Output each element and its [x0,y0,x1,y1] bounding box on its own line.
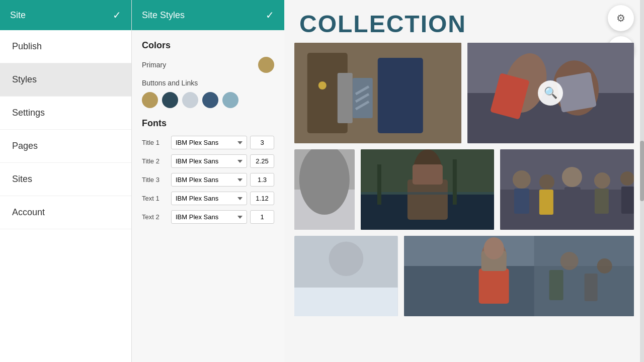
svg-rect-51 [584,274,597,301]
font-label-text1: Text 1 [142,195,168,202]
sidebar-item-styles[interactable]: Styles [0,63,131,97]
fonts-section-title: Fonts [142,118,274,129]
svg-rect-2 [378,58,423,133]
svg-rect-25 [452,159,456,205]
colors-section-title: Colors [142,40,274,51]
color-swatch-light-gray[interactable] [182,92,198,108]
font-select-title2[interactable]: IBM Plex Sans [171,154,247,168]
font-label-title3: Title 3 [142,176,168,184]
buttons-links-label: Buttons and Links [142,79,274,87]
font-label-title2: Title 2 [142,157,168,165]
photo-row-1: 🔍 [284,43,644,149]
sidebar-header: Site ✓ [0,0,131,30]
collection-title: COLLECTION [299,10,629,38]
search-icon: 🔍 [544,86,557,100]
styles-checkmark[interactable]: ✓ [266,9,274,21]
sidebar-item-sites[interactable]: Sites [0,163,131,196]
sidebar-checkmark[interactable]: ✓ [113,9,121,21]
photo-woman-lake-svg [361,149,495,230]
font-size-title3[interactable] [250,173,274,187]
color-swatch-dark-blue[interactable] [162,92,178,108]
color-swatches-row [142,92,274,108]
main-scrollbar[interactable] [640,0,644,362]
font-select-title1[interactable]: IBM Plex Sans [171,136,247,149]
photo-item-partial-bottom[interactable] [294,236,398,316]
font-row-title3: Title 3 IBM Plex Sans [142,173,274,187]
font-size-text1[interactable] [250,192,274,205]
svg-rect-24 [377,164,381,205]
photo-partial-svg [294,149,355,230]
sidebar-item-pages[interactable]: Pages [0,130,131,163]
svg-rect-3 [338,73,353,123]
svg-point-46 [484,237,504,259]
svg-rect-47 [534,236,634,316]
font-row-text1: Text 1 IBM Plex Sans [142,192,274,205]
primary-color-swatch[interactable] [258,57,274,73]
main-content: ⚙ + COLLECTION [284,0,644,362]
sidebar-item-publish[interactable]: Publish [0,30,131,63]
gear-icon: ⚙ [616,12,625,24]
font-row-title2: Title 2 IBM Plex Sans [142,154,274,168]
sidebar-item-account[interactable]: Account [0,196,131,229]
svg-rect-37 [621,187,634,214]
svg-point-31 [594,172,610,189]
color-swatch-light-blue[interactable] [222,92,238,108]
photo-partial-bottom-svg [294,236,398,316]
svg-point-32 [620,171,634,186]
primary-color-row: Primary [142,57,274,73]
styles-content: Colors Primary Buttons and Links Fonts T… [132,30,284,362]
photo-item-partial-left[interactable] [294,149,355,230]
photo-item-suit[interactable] [294,43,461,143]
svg-point-4 [318,81,327,89]
font-label-title1: Title 1 [142,139,168,146]
font-row-title1: Title 1 IBM Plex Sans [142,136,274,149]
sidebar: Site ✓ Publish Styles Settings Pages Sit… [0,0,131,362]
svg-rect-35 [565,187,581,215]
sidebar-item-settings[interactable]: Settings [0,97,131,130]
color-swatch-blue[interactable] [202,92,218,108]
color-swatch-tan[interactable] [142,92,158,108]
svg-point-49 [597,258,612,274]
gear-button[interactable]: ⚙ [608,5,634,31]
svg-rect-50 [549,270,563,300]
font-row-text2: Text 2 IBM Plex Sans [142,210,274,224]
styles-panel: Site Styles ✓ Colors Primary Buttons and… [131,0,284,362]
svg-rect-36 [595,189,609,214]
photo-row-3 [284,236,644,322]
svg-rect-21 [407,179,447,220]
font-label-text2: Text 2 [142,213,168,221]
primary-label: Primary [142,61,166,69]
photo-row-2 [284,149,644,236]
styles-title: Site Styles [142,10,185,21]
collection-header: COLLECTION [284,0,644,43]
photo-suit-svg [294,43,461,143]
svg-point-30 [562,167,582,187]
photo-athlete-svg [404,236,634,316]
font-select-text1[interactable]: IBM Plex Sans [171,192,247,205]
svg-rect-22 [412,164,442,185]
font-size-text2[interactable] [250,210,274,224]
photo-crowd-svg [500,149,634,230]
svg-point-29 [539,174,554,190]
scrollbar-thumb[interactable] [640,141,644,201]
sidebar-nav: Publish Styles Settings Pages Sites Acco… [0,30,131,362]
svg-point-48 [560,252,578,270]
svg-rect-44 [478,268,509,304]
photo-item-girls[interactable]: 🔍 [467,43,634,143]
photo-item-athlete[interactable] [404,236,634,316]
fonts-section: Fonts Title 1 IBM Plex Sans Title 2 IBM … [142,118,274,224]
font-select-text2[interactable]: IBM Plex Sans [171,210,247,224]
sidebar-title: Site [10,10,26,21]
styles-header: Site Styles ✓ [132,0,284,30]
svg-point-28 [513,170,531,189]
svg-rect-34 [539,190,553,215]
svg-rect-39 [294,288,398,316]
svg-point-40 [329,241,364,276]
font-size-title1[interactable] [250,136,274,149]
font-select-title3[interactable]: IBM Plex Sans [171,173,247,187]
photo-item-crowd[interactable] [500,149,634,230]
search-overlay[interactable]: 🔍 [538,80,563,106]
photo-item-woman-lake[interactable] [361,149,495,230]
svg-rect-33 [514,189,529,214]
font-size-title2[interactable] [250,154,274,168]
